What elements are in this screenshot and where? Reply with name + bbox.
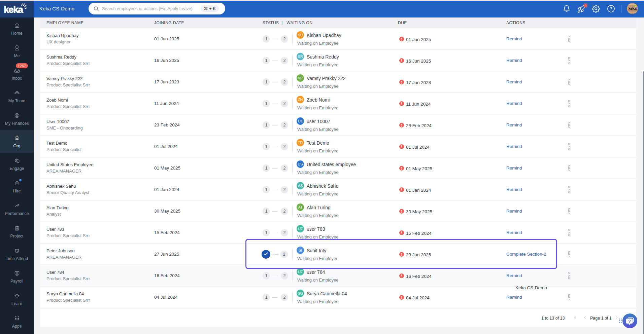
svg-text:keka: keka <box>4 4 23 15</box>
